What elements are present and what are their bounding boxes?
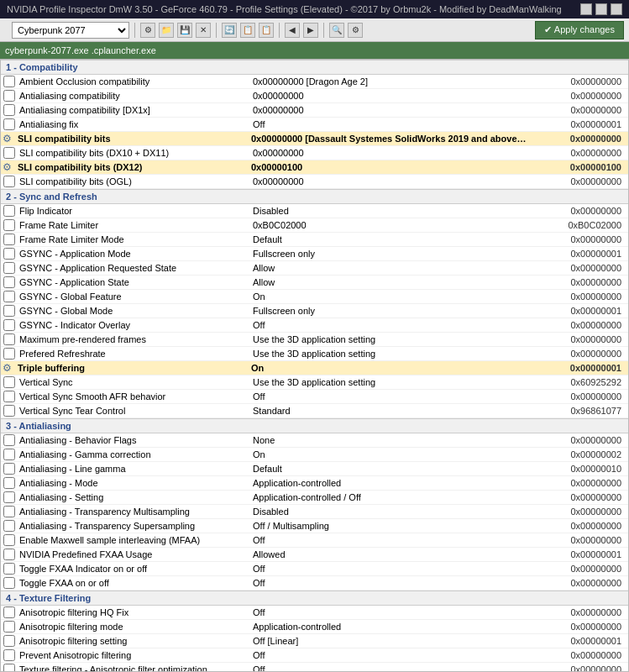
setting-default-label: 0x00000000 [527,650,628,660]
table-row[interactable]: Anisotropic filtering settingOff [Linear… [1,634,628,648]
setting-checkbox[interactable] [3,319,15,331]
table-row[interactable]: Antialiasing - Transparency Supersamplin… [1,519,628,533]
table-row[interactable]: GSYNC - Global ModeFullscreen only0x0000… [1,304,628,318]
setting-checkbox[interactable] [3,563,15,575]
setting-checkbox[interactable] [3,219,15,231]
table-row[interactable]: Frame Rate Limiter ModeDefault0x00000000 [1,233,628,247]
exe-bar: cyberpunk-2077.exe .cplauncher.exe [0,42,629,59]
setting-checkbox[interactable] [3,534,15,546]
setting-checkbox[interactable] [3,305,15,317]
setting-checkbox[interactable] [3,104,15,116]
setting-checkbox[interactable] [3,205,15,217]
table-row[interactable]: ⚙Triple bufferingOn0x00000001 [1,361,628,375]
setting-checkbox[interactable] [3,118,15,130]
table-row[interactable]: NVIDIA Predefined FXAA UsageAllowed0x000… [1,548,628,562]
table-row[interactable]: Antialiasing - Behavior FlagsNone0x00000… [1,433,628,448]
table-row[interactable]: Flip IndicatorDisabled0x00000000 [1,204,628,218]
table-row[interactable]: Anisotropic filtering HQ FixOff0x0000000… [1,606,628,620]
setting-value-label: Off [253,578,527,588]
setting-checkbox[interactable] [3,333,15,345]
forward-icon[interactable]: ▶ [303,23,318,38]
refresh-icon[interactable]: 🔄 [222,23,237,38]
table-row[interactable]: GSYNC - Application Requested StateAllow… [1,261,628,276]
settings-icon[interactable]: ⚙ [140,23,155,38]
table-row[interactable]: Enable Maxwell sample interleaving (MFAA… [1,533,628,548]
setting-checkbox[interactable] [3,348,15,360]
setting-checkbox[interactable] [3,434,15,446]
setting-checkbox[interactable] [3,90,15,102]
table-row[interactable]: Vertical SyncUse the 3D application sett… [1,375,628,390]
copy-icon[interactable]: 📋 [240,23,255,38]
setting-checkbox[interactable] [3,291,15,302]
setting-checkbox[interactable] [3,577,15,589]
setting-checkbox[interactable] [3,176,15,187]
setting-checkbox[interactable] [3,262,15,274]
minimize-button[interactable] [580,3,592,15]
setting-checkbox[interactable] [3,405,15,417]
table-row[interactable]: Vertical Sync Smooth AFR behaviorOff0x00… [1,390,628,404]
setting-default-label: 0x00000000 [527,291,628,302]
table-row[interactable]: Antialiasing - Transparency Multisamplin… [1,505,628,519]
table-row[interactable]: ⚙SLI compatibility bits0x00000000 [Dassa… [1,132,628,146]
paste-icon[interactable]: 📋 [259,23,274,38]
profiles-dropdown[interactable]: Cyberpunk 2077 [12,22,129,39]
table-row[interactable]: Antialiasing compatibility0x000000000x00… [1,89,628,103]
setting-checkbox[interactable] [3,391,15,402]
delete-icon[interactable]: ✕ [196,23,211,38]
table-row[interactable]: Frame Rate Limiter0xB0C020000xB0C02000 [1,218,628,233]
table-row[interactable]: SLI compatibility bits (OGL)0x000000000x… [1,175,628,189]
setting-value-label: Off [253,391,527,402]
setting-checkbox[interactable] [3,276,15,288]
maximize-button[interactable] [595,3,607,15]
table-row[interactable]: GSYNC - Application ModeFullscreen only0… [1,247,628,261]
setting-checkbox[interactable] [3,506,15,517]
setting-checkbox[interactable] [3,76,15,87]
setting-checkbox[interactable] [3,649,15,661]
table-row[interactable]: Toggle FXAA Indicator on or offOff0x0000… [1,562,628,576]
setting-checkbox[interactable] [3,549,15,560]
apply-changes-button[interactable]: ✔ Apply changes [535,21,624,39]
back-icon[interactable]: ◀ [285,23,300,38]
open-icon[interactable]: 📁 [159,23,174,38]
table-row[interactable]: Ambient Occlusion compatibility0x0000000… [1,75,628,89]
setting-checkbox[interactable] [3,621,15,633]
table-row[interactable]: GSYNC - Application StateAllow0x00000000 [1,276,628,290]
setting-checkbox[interactable] [3,664,15,672]
setting-checkbox[interactable] [3,234,15,245]
table-row[interactable]: Prevent Anisotropic filteringOff0x000000… [1,648,628,663]
table-row[interactable]: Antialiasing - SettingApplication-contro… [1,491,628,505]
table-row[interactable]: Antialiasing - ModeApplication-controlle… [1,476,628,491]
search-icon[interactable]: 🔍 [329,23,344,38]
setting-checkbox[interactable] [3,248,15,260]
setting-checkbox[interactable] [3,449,15,460]
save-icon[interactable]: 💾 [177,23,192,38]
setting-checkbox[interactable] [3,463,15,475]
setting-checkbox[interactable] [3,520,15,532]
setting-value-label: 0x00000100 [251,162,527,172]
table-row[interactable]: GSYNC - Global FeatureOn0x00000000 [1,290,628,304]
table-row[interactable]: Antialiasing - Line gammaDefault0x000000… [1,462,628,476]
table-row[interactable]: Prefered RefreshrateUse the 3D applicati… [1,347,628,361]
table-row[interactable]: Toggle FXAA on or offOff0x00000000 [1,576,628,591]
settings-list[interactable]: 1 - CompatibilityAmbient Occlusion compa… [0,59,629,672]
close-button[interactable] [611,3,622,15]
table-row[interactable]: ⚙SLI compatibility bits (DX12)0x00000100… [1,160,628,175]
table-row[interactable]: Vertical Sync Tear ControlStandard0x9686… [1,404,628,418]
setting-value-label: Default [253,464,527,474]
setting-default-label: 0x00000001 [527,549,628,559]
setting-checkbox[interactable] [3,606,15,618]
config-icon[interactable]: ⚙ [348,23,363,38]
setting-checkbox[interactable] [3,376,15,388]
setting-checkbox[interactable] [3,147,15,159]
table-row[interactable]: Antialiasing compatibility [DX1x]0x00000… [1,103,628,118]
table-row[interactable]: Texture filtering - Anisotropic filter o… [1,663,628,672]
table-row[interactable]: Antialiasing fixOff0x00000001 [1,118,628,132]
setting-checkbox[interactable] [3,635,15,647]
table-row[interactable]: SLI compatibility bits (DX10 + DX11)0x00… [1,146,628,160]
setting-checkbox[interactable] [3,491,15,503]
table-row[interactable]: Antialiasing - Gamma correctionOn0x00000… [1,448,628,462]
setting-checkbox[interactable] [3,477,15,489]
table-row[interactable]: Maximum pre-rendered framesUse the 3D ap… [1,333,628,347]
table-row[interactable]: Anisotropic filtering modeApplication-co… [1,620,628,634]
table-row[interactable]: GSYNC - Indicator OverlayOff0x00000000 [1,318,628,333]
